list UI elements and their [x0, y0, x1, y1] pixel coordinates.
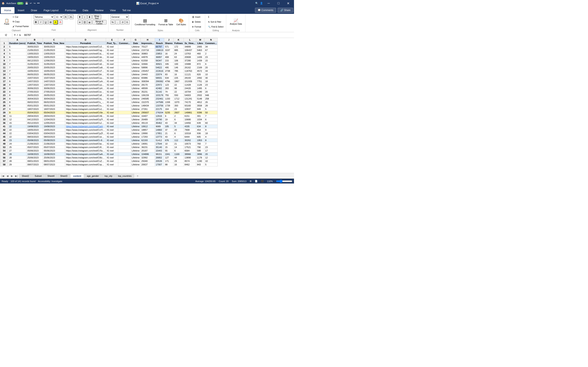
cell[interactable]: https://www.instagram.com/reel/Ct6cvXYtz… — [65, 156, 106, 159]
cell[interactable]: 22 — [8, 135, 26, 139]
cell[interactable]: 28/04/2023 — [43, 114, 65, 118]
cell[interactable]: 6584 — [184, 149, 196, 152]
cell[interactable]: 44 — [173, 156, 184, 159]
cell[interactable]: 08/07/2023 — [43, 163, 65, 166]
cell[interactable]: 29 — [173, 159, 184, 163]
col-header-L[interactable]: L — [184, 38, 196, 42]
cell[interactable]: 7 — [8, 62, 26, 66]
row-header[interactable]: 53 — [0, 146, 8, 149]
cell[interactable]: 454 — [196, 128, 204, 132]
cell[interactable]: Lifetime — [131, 73, 140, 76]
cell[interactable]: 760 — [196, 142, 204, 146]
row-header[interactable]: 49 — [0, 142, 8, 146]
cell[interactable]: 25/06/2023 — [26, 156, 43, 159]
row-header[interactable]: 9 — [0, 59, 8, 62]
col-header-C[interactable]: C — [43, 38, 65, 42]
cell[interactable]: 18857 — [140, 128, 155, 132]
decrease-decimal-btn[interactable]: 0. — [125, 20, 130, 25]
cell[interactable]: 16 — [173, 163, 184, 166]
analyse-data-btn[interactable]: 📈 Analyse Data — [228, 15, 243, 29]
cell[interactable]: 299382 — [155, 80, 164, 83]
col-header-I[interactable]: I — [155, 38, 164, 42]
cell[interactable]: 88 — [164, 163, 173, 166]
cell[interactable]: IG reel — [106, 104, 118, 108]
cell[interactable]: https://www.instagram.com/reel/CpZfSOKDy… — [65, 132, 106, 135]
cell[interactable]: 22 — [8, 125, 26, 128]
cell[interactable]: 28193 — [184, 76, 196, 80]
search-icon-title[interactable]: 🔍 — [255, 2, 258, 5]
cell[interactable] — [118, 94, 131, 97]
col-header-M[interactable]: M — [196, 38, 204, 42]
cell[interactable]: 1034 — [196, 118, 204, 121]
cell[interactable]: https://www.instagram.com/reel/CsdtOxINd… — [65, 66, 106, 69]
cell[interactable]: Lifetime — [131, 80, 140, 83]
cell[interactable]: https://www.instagram.com/reel/CruwHQ2sw… — [65, 104, 106, 108]
cell[interactable]: IG reel — [106, 163, 118, 166]
cell[interactable]: https://www.instagram.com/reel/CvpYJi_iV… — [65, 163, 106, 166]
cell[interactable]: 13/05/2023 — [43, 52, 65, 55]
cell[interactable]: 9 — [8, 111, 26, 114]
cell[interactable]: 28 — [8, 156, 26, 159]
cell[interactable]: 133756 — [155, 104, 164, 108]
row-header[interactable]: 25 — [0, 100, 8, 104]
cell[interactable]: 225 — [173, 76, 184, 80]
autosave-state[interactable]: OFF — [17, 2, 24, 5]
row-header[interactable]: 30 — [0, 114, 8, 118]
cell[interactable]: Publish_Time — [26, 42, 43, 45]
increase-decimal-btn[interactable]: .0 — [120, 20, 125, 25]
cell[interactable]: IG reel — [106, 87, 118, 90]
cell[interactable]: 4335 — [184, 125, 196, 128]
cell[interactable]: 23 — [204, 146, 218, 149]
cell[interactable]: 215716 — [140, 49, 155, 52]
cell[interactable]: 149861 — [184, 111, 196, 114]
row-header[interactable]: 1 — [0, 42, 8, 45]
cell[interactable]: https://www.instagram.com/reel/Cstfe0ota… — [65, 94, 106, 97]
cell[interactable]: 7 — [204, 142, 218, 146]
cell[interactable]: 11121 — [184, 73, 196, 76]
cell[interactable]: Lifetime — [131, 118, 140, 121]
cell[interactable]: 215 — [164, 59, 173, 62]
cell[interactable]: 105 — [164, 125, 173, 128]
cell[interactable]: Lifetime — [131, 135, 140, 139]
tab-next-btn[interactable]: ▶ — [10, 174, 14, 178]
cell[interactable] — [118, 52, 131, 55]
row-header[interactable]: 44 — [0, 132, 8, 135]
cell[interactable]: 43 — [164, 121, 173, 125]
cell[interactable] — [118, 73, 131, 76]
cell[interactable]: 127 — [164, 156, 173, 159]
cell[interactable]: 785 — [173, 69, 184, 73]
cell[interactable]: Lifetime — [131, 62, 140, 66]
cell[interactable]: 63 — [173, 55, 184, 59]
cell[interactable]: 10573 — [184, 142, 196, 146]
cell[interactable]: https://www.instagram.com/reel/CrIEwWqOp… — [65, 114, 106, 118]
cell-reference-box[interactable]: I2 — [0, 33, 12, 37]
cell[interactable]: 605 — [196, 135, 204, 139]
cell[interactable]: IG reel — [106, 121, 118, 125]
share-button[interactable]: 🔗 Share — [278, 8, 293, 13]
cell[interactable]: 408 — [164, 55, 173, 59]
row-header[interactable]: 48 — [0, 139, 8, 142]
add-sheet-btn[interactable]: ＋ — [135, 173, 141, 179]
cell[interactable]: https://www.instagram.com/reel/CvZvENas4… — [65, 159, 106, 163]
cell[interactable] — [118, 69, 131, 73]
cell[interactable]: 5148 — [196, 97, 204, 100]
font-name-select[interactable]: Tahoma — [34, 15, 54, 19]
row-header[interactable]: 55 — [0, 152, 8, 156]
cell[interactable]: https://www.instagram.com/reel/Cu1ytTDuD… — [65, 108, 106, 111]
cell[interactable]: 755 — [164, 94, 173, 97]
cell[interactable]: 106159 — [140, 94, 155, 97]
cell[interactable]: 5 — [204, 108, 218, 111]
cell[interactable]: 65986 — [140, 76, 155, 80]
cell[interactable]: 28 — [204, 104, 218, 108]
insert-function-icon[interactable]: fx — [19, 34, 21, 36]
cell[interactable]: 34 — [204, 45, 218, 49]
cell[interactable]: Lifetime — [131, 69, 140, 73]
cell[interactable]: 1126 — [196, 83, 204, 87]
row-header[interactable]: 4 — [0, 52, 8, 55]
cell[interactable]: 21/06/2023 — [26, 142, 43, 146]
paste-button[interactable]: 📋 Paste — [2, 15, 11, 29]
cell[interactable]: 152370 — [140, 100, 155, 104]
cell[interactable]: 20/05/2023 — [26, 66, 43, 69]
row-header[interactable]: 2 — [0, 45, 8, 49]
tab-tell-me[interactable]: Tell me — [119, 7, 134, 13]
